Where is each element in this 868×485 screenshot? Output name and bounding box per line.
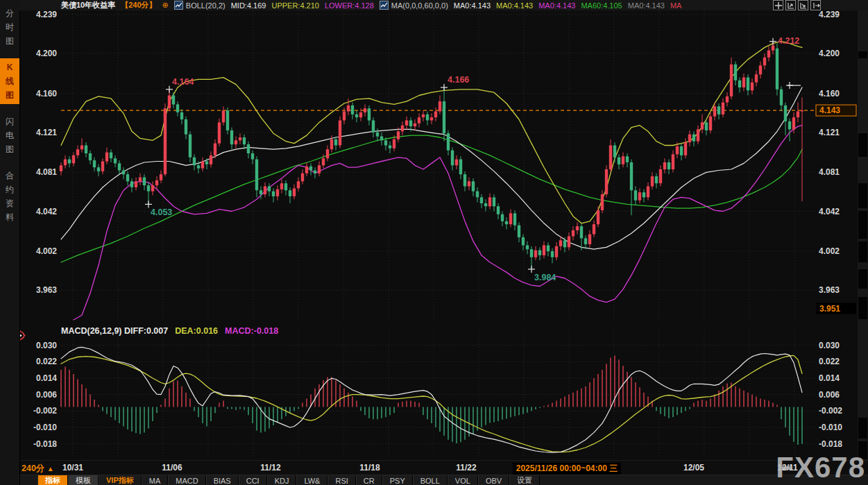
svg-text:0.006: 0.006 (819, 390, 840, 400)
toolbar-button-模板[interactable]: 模板 (68, 475, 99, 485)
x-axis-date-label: 11/12 (260, 463, 280, 473)
svg-text:4.166: 4.166 (448, 75, 469, 85)
menu-icon[interactable]: ⊕ (162, 1, 169, 10)
ma-chart-icon[interactable] (380, 1, 389, 10)
svg-text:0.014: 0.014 (819, 373, 840, 383)
svg-text:0.014: 0.014 (36, 373, 57, 383)
right-scrollbar[interactable] (858, 10, 868, 460)
toolbar-button-CR[interactable]: CR (356, 475, 382, 485)
toolbar-button-指标[interactable]: 指标 (37, 475, 68, 485)
svg-text:-0.018: -0.018 (819, 439, 842, 449)
svg-text:-0.010: -0.010 (33, 423, 57, 432)
macd-params-diff: MACD(26,12,9) DIFF:0.007 (61, 326, 168, 336)
period-badge: 【240分】 (121, 0, 156, 10)
chart-header-bar: 美债10年收益率【240分】⊕BOLL(20,2)MID:4.169UPPER:… (19, 0, 868, 10)
svg-text:4.239: 4.239 (36, 10, 57, 19)
toolbar-button-OBV[interactable]: OBV (478, 475, 509, 485)
svg-text:4.200: 4.200 (819, 49, 840, 58)
macd-dea-value: DEA:0.016 (175, 326, 218, 336)
indicator-toolbar: 指标模板VIP指标MAMACDBIASCCIKDJLW&RSICRPSYBOLL… (19, 475, 868, 485)
sidebar-tab-item[interactable]: 闪 电 图 (0, 112, 19, 158)
chevron-up-icon: ▲ (47, 465, 54, 473)
svg-text:4.002: 4.002 (36, 246, 57, 256)
svg-text:-0.010: -0.010 (819, 423, 842, 432)
ma0-magenta-value: MA0:4.143 (538, 1, 575, 10)
boll-params: BOLL(20,2) (186, 1, 225, 10)
ma0-white-value: MA0:4.143 (454, 1, 491, 10)
toolbar-button-PSY[interactable]: PSY (382, 475, 413, 485)
period-label: 240分 (22, 463, 44, 473)
svg-text:0.022: 0.022 (36, 357, 57, 366)
svg-text:-0.002: -0.002 (819, 406, 842, 416)
svg-text:4.160: 4.160 (36, 89, 57, 99)
x-axis-date-label: 10/31 (62, 463, 83, 473)
crosshair-icon[interactable] (773, 0, 783, 10)
toolbar-button-BIAS[interactable]: BIAS (206, 475, 239, 485)
boll-chart-icon[interactable] (174, 1, 183, 10)
svg-text:3.963: 3.963 (36, 285, 57, 295)
svg-text:0.022: 0.022 (819, 357, 840, 366)
boll-mid-value: MID:4.169 (231, 1, 266, 10)
svg-text:4.143: 4.143 (819, 105, 840, 115)
svg-text:0.030: 0.030 (819, 341, 840, 350)
period-selector[interactable]: 240分 ▲ (22, 463, 54, 475)
trading-app-window: 4.1644.0534.1663.9844.2124.2394.2394.200… (0, 0, 868, 485)
toolbar-button-VIP指标[interactable]: VIP指标 (99, 475, 142, 485)
scrollbar-segment (858, 418, 867, 439)
x-axis-date-label: 11/22 (456, 463, 476, 473)
x-axis-date-label: 11/18 (359, 463, 380, 473)
svg-text:4.042: 4.042 (36, 207, 57, 216)
svg-text:4.239: 4.239 (819, 10, 840, 19)
x-axis-date-label: 11/06 (162, 463, 182, 473)
toolbar-button-BOLL[interactable]: BOLL (413, 475, 448, 485)
svg-text:0.030: 0.030 (36, 341, 57, 350)
toolbar-button-设置[interactable]: 设置 (509, 475, 540, 485)
toolbar-button-RSI[interactable]: RSI (327, 475, 355, 485)
window-tool-icons (773, 0, 821, 10)
collapse-right-icon[interactable] (810, 0, 821, 10)
toolbar-button-MACD[interactable]: MACD (168, 475, 205, 485)
svg-text:4.053: 4.053 (151, 207, 172, 217)
ma0-yellow-value: MA0:4.143 (496, 1, 533, 10)
svg-text:4.081: 4.081 (819, 167, 840, 177)
sidebar-tab-item[interactable]: 合 约 资 料 (0, 167, 19, 226)
macd-header: MACD(26,12,9) DIFF:0.007DEA:0.016MACD:-0… (61, 326, 285, 336)
scrollbar-segment (858, 269, 867, 289)
scrollbar-segment (858, 211, 867, 239)
ma0-gray-value: MA0:4.143 (628, 1, 665, 10)
svg-text:4.212: 4.212 (778, 36, 799, 46)
left-sidebar: 分 时 图K 线 图闪 电 图合 约 资 料 (0, 0, 20, 485)
toolbar-button-KDJ[interactable]: KDJ (267, 475, 297, 485)
scrollbar-segment (858, 241, 867, 262)
x-axis-row: 240分 ▲ 10/3111/0611/1211/1811/222025/11/… (19, 460, 868, 475)
svg-text:4.081: 4.081 (36, 167, 57, 177)
toolbar-button-LW&[interactable]: LW& (296, 475, 327, 485)
sidebar-tab-item[interactable]: 分 时 图 (0, 4, 19, 50)
sidebar-tab-active[interactable]: K 线 图 (0, 58, 19, 104)
ma-params: MA(0,0,0,60,0,0) (391, 1, 448, 10)
svg-text:4.200: 4.200 (36, 49, 57, 58)
chart-canvas[interactable]: 4.1644.0534.1663.9844.2124.2394.2394.200… (0, 0, 868, 485)
scrollbar-segment (858, 51, 867, 58)
svg-text:4.160: 4.160 (819, 89, 840, 99)
scrollbar-segment (858, 297, 867, 319)
svg-text:3.951: 3.951 (819, 304, 840, 314)
zoom-axis-left-icon[interactable] (785, 0, 796, 10)
svg-text:4.121: 4.121 (36, 128, 57, 137)
svg-text:3.963: 3.963 (819, 285, 840, 295)
svg-text:4.042: 4.042 (819, 207, 840, 216)
toolbar-button-VOL[interactable]: VOL (448, 475, 478, 485)
zoom-axis-right-icon[interactable] (798, 0, 808, 10)
toolbar-button-CCI[interactable]: CCI (239, 475, 267, 485)
ma-truncated: MA (670, 1, 682, 10)
svg-text:0.006: 0.006 (36, 390, 57, 400)
svg-text:4.002: 4.002 (819, 246, 840, 256)
x-axis-date-label: 12/05 (683, 463, 704, 473)
macd-value: MACD:-0.018 (225, 326, 278, 336)
ma60-green-value: MA60:4.105 (581, 1, 622, 10)
toolbar-button-MA[interactable]: MA (142, 475, 169, 485)
svg-text:-0.018: -0.018 (33, 439, 57, 449)
svg-text:-0.002: -0.002 (33, 406, 57, 416)
svg-text:4.164: 4.164 (172, 77, 194, 87)
svg-text:4.121: 4.121 (819, 128, 840, 137)
